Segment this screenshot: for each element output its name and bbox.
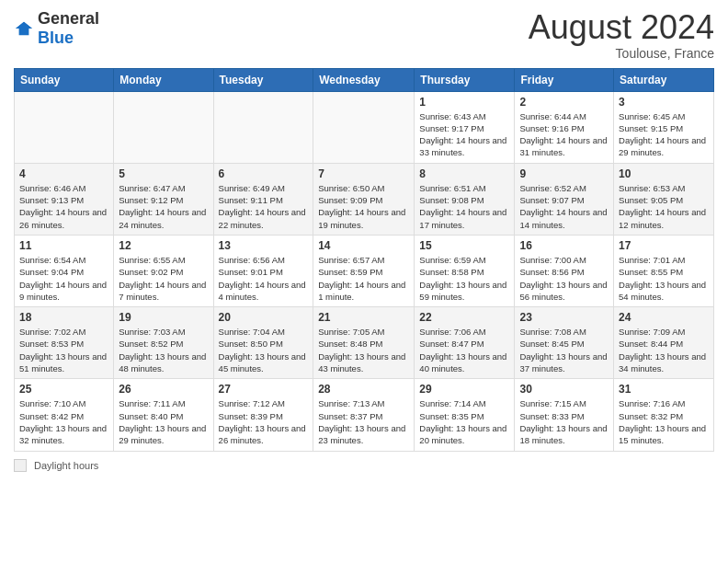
- day-number: 23: [519, 311, 609, 324]
- week-row-1: 1Sunrise: 6:43 AM Sunset: 9:17 PM Daylig…: [15, 91, 714, 163]
- day-cell: 6Sunrise: 6:49 AM Sunset: 9:11 PM Daylig…: [213, 163, 313, 235]
- day-number: 7: [318, 167, 409, 180]
- day-number: 3: [619, 96, 709, 109]
- week-row-5: 25Sunrise: 7:10 AM Sunset: 8:42 PM Dayli…: [15, 379, 714, 451]
- day-info: Sunrise: 7:09 AM Sunset: 8:44 PM Dayligh…: [619, 326, 709, 374]
- day-info: Sunrise: 7:16 AM Sunset: 8:32 PM Dayligh…: [619, 397, 709, 446]
- day-number: 10: [619, 167, 709, 180]
- day-cell: 27Sunrise: 7:12 AM Sunset: 8:39 PM Dayli…: [213, 379, 313, 451]
- calendar-body: 1Sunrise: 6:43 AM Sunset: 9:17 PM Daylig…: [15, 91, 714, 451]
- day-info: Sunrise: 7:06 AM Sunset: 8:47 PM Dayligh…: [419, 326, 509, 374]
- page-header: General Blue August 2024 Toulouse, Franc…: [14, 9, 714, 61]
- day-number: 25: [19, 383, 108, 396]
- day-number: 30: [519, 383, 609, 396]
- day-cell: 7Sunrise: 6:50 AM Sunset: 9:09 PM Daylig…: [313, 163, 415, 235]
- logo-text: General Blue: [38, 9, 99, 48]
- day-number: 21: [318, 311, 409, 324]
- day-cell: 8Sunrise: 6:51 AM Sunset: 9:08 PM Daylig…: [415, 163, 515, 235]
- day-info: Sunrise: 6:47 AM Sunset: 9:12 PM Dayligh…: [119, 182, 208, 231]
- day-number: 4: [19, 167, 108, 180]
- day-info: Sunrise: 6:56 AM Sunset: 9:01 PM Dayligh…: [219, 254, 309, 303]
- day-number: 31: [619, 383, 709, 396]
- day-cell: [313, 91, 415, 163]
- day-number: 2: [519, 96, 609, 109]
- day-cell: 16Sunrise: 7:00 AM Sunset: 8:56 PM Dayli…: [515, 235, 614, 306]
- day-cell: 17Sunrise: 7:01 AM Sunset: 8:55 PM Dayli…: [614, 235, 714, 306]
- col-header-tuesday: Tuesday: [213, 68, 313, 91]
- day-cell: 31Sunrise: 7:16 AM Sunset: 8:32 PM Dayli…: [614, 379, 714, 451]
- day-number: 24: [619, 311, 709, 324]
- day-info: Sunrise: 6:43 AM Sunset: 9:17 PM Dayligh…: [419, 110, 509, 159]
- logo-icon: [14, 20, 34, 37]
- day-info: Sunrise: 6:45 AM Sunset: 9:15 PM Dayligh…: [619, 110, 709, 159]
- day-info: Sunrise: 6:54 AM Sunset: 9:04 PM Dayligh…: [19, 254, 108, 303]
- day-cell: 30Sunrise: 7:15 AM Sunset: 8:33 PM Dayli…: [515, 379, 614, 451]
- day-cell: 28Sunrise: 7:13 AM Sunset: 8:37 PM Dayli…: [313, 379, 415, 451]
- day-cell: 10Sunrise: 6:53 AM Sunset: 9:05 PM Dayli…: [614, 163, 714, 235]
- day-cell: [114, 91, 213, 163]
- col-header-wednesday: Wednesday: [313, 68, 415, 91]
- col-header-friday: Friday: [515, 68, 614, 91]
- day-info: Sunrise: 6:51 AM Sunset: 9:08 PM Dayligh…: [419, 182, 509, 231]
- logo-blue: Blue: [38, 29, 74, 47]
- title-block: August 2024 Toulouse, France: [529, 9, 714, 61]
- legend-label: Daylight hours: [34, 460, 98, 471]
- day-number: 28: [318, 383, 409, 396]
- day-cell: 13Sunrise: 6:56 AM Sunset: 9:01 PM Dayli…: [213, 235, 313, 306]
- day-cell: 15Sunrise: 6:59 AM Sunset: 8:58 PM Dayli…: [415, 235, 515, 306]
- calendar-header: SundayMondayTuesdayWednesdayThursdayFrid…: [15, 68, 714, 91]
- day-cell: 3Sunrise: 6:45 AM Sunset: 9:15 PM Daylig…: [614, 91, 714, 163]
- week-row-3: 11Sunrise: 6:54 AM Sunset: 9:04 PM Dayli…: [15, 235, 714, 306]
- day-number: 12: [119, 239, 208, 252]
- day-cell: 9Sunrise: 6:52 AM Sunset: 9:07 PM Daylig…: [515, 163, 614, 235]
- day-info: Sunrise: 6:57 AM Sunset: 8:59 PM Dayligh…: [318, 254, 409, 303]
- day-number: 19: [119, 311, 208, 324]
- day-info: Sunrise: 6:50 AM Sunset: 9:09 PM Dayligh…: [318, 182, 409, 231]
- day-cell: 18Sunrise: 7:02 AM Sunset: 8:53 PM Dayli…: [15, 307, 114, 379]
- day-cell: [15, 91, 114, 163]
- day-number: 29: [419, 383, 509, 396]
- calendar-table: SundayMondayTuesdayWednesdayThursdayFrid…: [14, 68, 714, 452]
- day-number: 13: [219, 239, 309, 252]
- day-info: Sunrise: 7:03 AM Sunset: 8:52 PM Dayligh…: [119, 326, 208, 374]
- month-year-title: August 2024: [529, 9, 714, 46]
- day-cell: 14Sunrise: 6:57 AM Sunset: 8:59 PM Dayli…: [313, 235, 415, 306]
- day-number: 26: [119, 383, 208, 396]
- day-cell: 20Sunrise: 7:04 AM Sunset: 8:50 PM Dayli…: [213, 307, 313, 379]
- day-cell: 23Sunrise: 7:08 AM Sunset: 8:45 PM Dayli…: [515, 307, 614, 379]
- day-cell: 12Sunrise: 6:55 AM Sunset: 9:02 PM Dayli…: [114, 235, 213, 306]
- legend-box: [14, 459, 27, 472]
- day-info: Sunrise: 7:01 AM Sunset: 8:55 PM Dayligh…: [619, 254, 709, 303]
- day-number: 20: [219, 311, 309, 324]
- day-cell: 29Sunrise: 7:14 AM Sunset: 8:35 PM Dayli…: [415, 379, 515, 451]
- day-number: 14: [318, 239, 409, 252]
- day-cell: 21Sunrise: 7:05 AM Sunset: 8:48 PM Dayli…: [313, 307, 415, 379]
- day-number: 5: [119, 167, 208, 180]
- day-number: 27: [219, 383, 309, 396]
- day-info: Sunrise: 6:46 AM Sunset: 9:13 PM Dayligh…: [19, 182, 108, 231]
- day-cell: 4Sunrise: 6:46 AM Sunset: 9:13 PM Daylig…: [15, 163, 114, 235]
- day-cell: [213, 91, 313, 163]
- day-info: Sunrise: 7:05 AM Sunset: 8:48 PM Dayligh…: [318, 326, 409, 374]
- header-row: SundayMondayTuesdayWednesdayThursdayFrid…: [15, 68, 714, 91]
- day-cell: 5Sunrise: 6:47 AM Sunset: 9:12 PM Daylig…: [114, 163, 213, 235]
- day-number: 18: [19, 311, 108, 324]
- day-info: Sunrise: 6:44 AM Sunset: 9:16 PM Dayligh…: [519, 110, 609, 159]
- day-info: Sunrise: 7:08 AM Sunset: 8:45 PM Dayligh…: [519, 326, 609, 374]
- day-number: 8: [419, 167, 509, 180]
- location-subtitle: Toulouse, France: [529, 46, 714, 61]
- col-header-thursday: Thursday: [415, 68, 515, 91]
- day-cell: 22Sunrise: 7:06 AM Sunset: 8:47 PM Dayli…: [415, 307, 515, 379]
- day-number: 22: [419, 311, 509, 324]
- day-info: Sunrise: 7:13 AM Sunset: 8:37 PM Dayligh…: [318, 397, 409, 446]
- week-row-2: 4Sunrise: 6:46 AM Sunset: 9:13 PM Daylig…: [15, 163, 714, 235]
- day-cell: 2Sunrise: 6:44 AM Sunset: 9:16 PM Daylig…: [515, 91, 614, 163]
- day-number: 16: [519, 239, 609, 252]
- col-header-sunday: Sunday: [15, 68, 114, 91]
- day-cell: 25Sunrise: 7:10 AM Sunset: 8:42 PM Dayli…: [15, 379, 114, 451]
- day-cell: 26Sunrise: 7:11 AM Sunset: 8:40 PM Dayli…: [114, 379, 213, 451]
- day-number: 1: [419, 96, 509, 109]
- day-cell: 1Sunrise: 6:43 AM Sunset: 9:17 PM Daylig…: [415, 91, 515, 163]
- day-cell: 24Sunrise: 7:09 AM Sunset: 8:44 PM Dayli…: [614, 307, 714, 379]
- day-info: Sunrise: 7:14 AM Sunset: 8:35 PM Dayligh…: [419, 397, 509, 446]
